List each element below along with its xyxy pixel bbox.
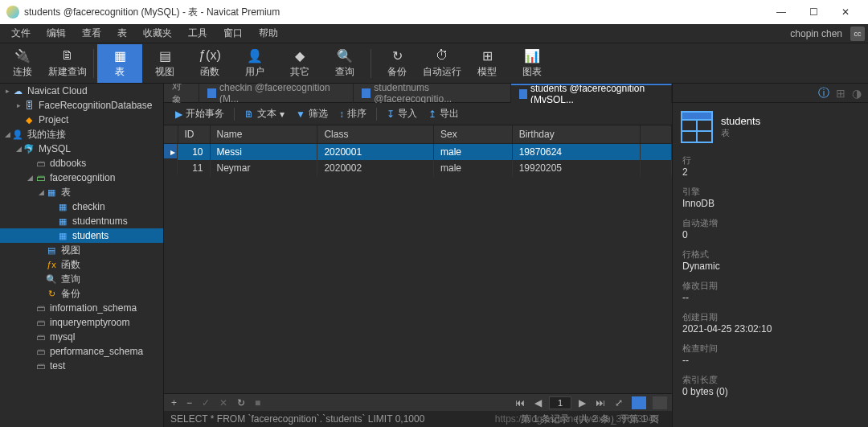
tree-toggle-icon[interactable]: ▸ <box>3 87 11 95</box>
toolbar-函数[interactable]: ƒ(x)函数 <box>187 44 232 83</box>
tab-studentnum[interactable]: studentnums @facerecognitio... <box>354 84 511 103</box>
col-Class[interactable]: Class <box>317 125 434 144</box>
tree-函数[interactable]: ƒx函数 <box>0 257 163 272</box>
cancel-edit-button[interactable]: ✕ <box>217 397 230 409</box>
close-button[interactable]: ✕ <box>829 0 862 24</box>
toolbar-新建查询[interactable]: 🗎新建查询 <box>45 44 90 83</box>
cell[interactable]: 19920205 <box>512 160 641 176</box>
stop-button[interactable]: ■ <box>252 397 263 409</box>
table-row[interactable]: 11Neymar2020002male19920205 <box>164 160 672 176</box>
data-grid[interactable]: IDNameClassSexBirthday▸10Messi2020001mal… <box>164 125 672 393</box>
import-button[interactable]: ↧导入 <box>382 105 422 122</box>
user-avatar[interactable]: cc <box>850 27 865 41</box>
page-input[interactable] <box>549 396 571 409</box>
tree-ddbooks[interactable]: 🗃ddbooks <box>0 156 163 170</box>
toolbar-表[interactable]: ▦表 <box>97 44 142 83</box>
tree-我的连接[interactable]: ◢👤我的连接 <box>0 127 163 142</box>
tab-checkin @f[interactable]: checkin @facerecognition (M... <box>199 84 354 103</box>
tree-facerecognition[interactable]: ◢🗃facerecognition <box>0 170 163 185</box>
minimize-button[interactable]: — <box>765 0 797 24</box>
first-page-button[interactable]: ⏮ <box>513 397 527 409</box>
tree-toggle-icon[interactable]: ◢ <box>26 174 34 182</box>
info-tab-general[interactable]: ⓘ <box>818 86 829 101</box>
toolbar-连接[interactable]: 🔌连接 <box>0 44 45 83</box>
menu-表[interactable]: 表 <box>109 27 135 40</box>
表-icon: ▦ <box>112 47 128 64</box>
prev-page-button[interactable]: ◀ <box>532 397 544 409</box>
tree-toggle-icon[interactable]: ▸ <box>14 101 23 109</box>
tree-studentnums[interactable]: ▦studentnums <box>0 214 163 228</box>
tree-MySQL[interactable]: ◢🐬MySQL <box>0 142 163 156</box>
tree-Navicat Cloud[interactable]: ▸☁Navicat Cloud <box>0 84 163 98</box>
tree-Project[interactable]: ◆Project <box>0 113 163 127</box>
menu-文件[interactable]: 文件 <box>3 27 39 40</box>
tree-label: FaceRecognitionDatabase <box>39 100 152 111</box>
cell[interactable]: 11 <box>178 160 210 176</box>
export-button[interactable]: ↥导出 <box>424 105 464 122</box>
toolbar-图表[interactable]: 📊图表 <box>510 44 555 83</box>
tree-toggle-icon[interactable]: ◢ <box>3 130 11 138</box>
tree-mysql[interactable]: 🗃mysql <box>0 330 163 344</box>
tree-视图[interactable]: ▤视图 <box>0 243 163 257</box>
tree-toggle-icon[interactable]: ◢ <box>14 145 23 153</box>
连接-icon: 🔌 <box>14 47 31 64</box>
menu-查看[interactable]: 查看 <box>74 27 109 40</box>
filter-button[interactable]: ▼筛选 <box>291 105 333 122</box>
toolbar-自动运行[interactable]: ⏱自动运行 <box>420 44 465 83</box>
form-view-button[interactable] <box>653 396 667 409</box>
tree-inqueryemptyroom[interactable]: 🗃inqueryemptyroom <box>0 315 163 330</box>
tree-toggle-icon[interactable]: ◢ <box>37 188 45 196</box>
tab-students @[interactable]: students @facerecognition (MySQL... <box>511 84 672 103</box>
cell[interactable]: 2020001 <box>317 144 434 161</box>
text-button[interactable]: 🗎文本 ▾ <box>240 105 289 122</box>
col-Sex[interactable]: Sex <box>434 125 513 144</box>
tree-FaceRecognitionDatabase[interactable]: ▸🗄FaceRecognitionDatabase <box>0 98 163 113</box>
tree-备份[interactable]: ↻备份 <box>0 286 163 301</box>
add-row-button[interactable]: + <box>169 397 179 409</box>
refresh-button[interactable]: ↻ <box>235 397 248 409</box>
cell[interactable]: Neymar <box>210 160 317 176</box>
toolbar-用户[interactable]: 👤用户 <box>232 44 277 83</box>
delete-row-button[interactable]: − <box>184 397 194 409</box>
col-Name[interactable]: Name <box>210 125 317 144</box>
col-Birthday[interactable]: Birthday <box>512 125 641 144</box>
tree-performance_schema[interactable]: 🗃performance_schema <box>0 344 163 359</box>
cell[interactable]: Messi <box>210 144 317 161</box>
begin-transaction-button[interactable]: ▶开始事务 <box>170 105 229 122</box>
cell[interactable]: 10 <box>178 144 210 161</box>
tree-表[interactable]: ◢▦表 <box>0 185 163 199</box>
toolbar-其它[interactable]: ◆其它 <box>277 44 322 83</box>
maximize-button[interactable]: ☐ <box>797 0 829 24</box>
cell[interactable]: 19870624 <box>512 144 641 161</box>
connection-tree[interactable]: ▸☁Navicat Cloud▸🗄FaceRecognitionDatabase… <box>0 84 164 427</box>
cell[interactable]: 2020002 <box>317 160 434 176</box>
toolbar-查询[interactable]: 🔍查询 <box>322 44 367 83</box>
menu-帮助[interactable]: 帮助 <box>251 27 286 40</box>
col-ID[interactable]: ID <box>178 125 210 144</box>
sort-button[interactable]: ↕排序 <box>334 105 371 122</box>
tree-information_schema[interactable]: 🗃information_schema <box>0 301 163 315</box>
cell[interactable]: male <box>434 160 513 176</box>
next-page-button[interactable]: ▶ <box>576 397 588 409</box>
user-name[interactable]: chopin chen <box>790 28 842 39</box>
menu-收藏夹[interactable]: 收藏夹 <box>135 27 180 40</box>
menu-工具[interactable]: 工具 <box>180 27 215 40</box>
table-row[interactable]: ▸10Messi2020001male19870624 <box>164 144 672 161</box>
tree-students[interactable]: ▦students <box>0 228 163 243</box>
tab-对象[interactable]: 对象 <box>164 84 199 103</box>
menu-窗口[interactable]: 窗口 <box>215 27 251 40</box>
tree-test[interactable]: 🗃test <box>0 359 163 373</box>
info-tab-preview[interactable]: ◑ <box>852 87 862 100</box>
grid-view-button[interactable] <box>632 396 646 409</box>
toolbar-备份[interactable]: ↻备份 <box>375 44 420 83</box>
last-page-button[interactable]: ⏭ <box>593 397 608 409</box>
tree-查询[interactable]: 🔍查询 <box>0 272 163 286</box>
menu-编辑[interactable]: 编辑 <box>39 27 74 40</box>
toolbar-视图[interactable]: ▤视图 <box>142 44 187 83</box>
commit-button[interactable]: ✓ <box>199 397 212 409</box>
cell[interactable]: male <box>434 144 513 161</box>
page-settings-button[interactable]: ⤢ <box>612 397 625 409</box>
info-tab-ddl[interactable]: ⊞ <box>836 87 845 100</box>
tree-checkin[interactable]: ▦checkin <box>0 199 163 214</box>
toolbar-模型[interactable]: ⊞模型 <box>465 44 510 83</box>
